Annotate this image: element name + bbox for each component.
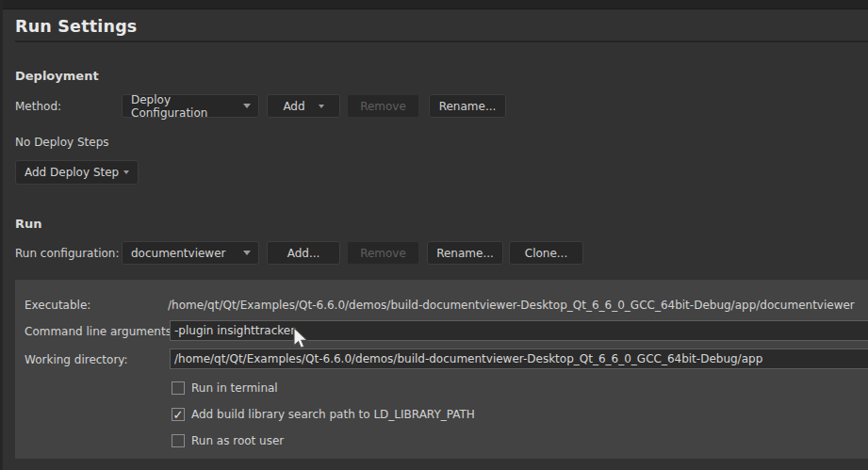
chevron-down-icon bbox=[243, 251, 251, 255]
checkbox-label: Add build library search path to LD_LIBR… bbox=[191, 408, 475, 421]
checkbox-run-as-root-user[interactable]: Run as root user bbox=[172, 433, 284, 448]
deploy-add-label: Add bbox=[283, 100, 304, 113]
checkbox-run-in-terminal[interactable]: Run in terminal bbox=[172, 381, 278, 396]
working-directory-input[interactable] bbox=[170, 348, 868, 369]
checkbox-box[interactable] bbox=[172, 381, 185, 395]
run-remove-button: Remove bbox=[347, 241, 419, 265]
left-splitter-line bbox=[0, 0, 3, 470]
page-title: Run Settings bbox=[15, 17, 138, 36]
executable-label: Executable: bbox=[25, 298, 90, 313]
run-remove-label: Remove bbox=[360, 247, 406, 260]
title-divider bbox=[15, 41, 868, 42]
add-deploy-step-button[interactable]: Add Deploy Step bbox=[15, 160, 139, 185]
command-line-arguments-input[interactable] bbox=[170, 320, 868, 341]
run-settings-page: { "page": { "title": "Run Settings" }, "… bbox=[0, 0, 868, 470]
run-clone-button[interactable]: Clone... bbox=[509, 241, 583, 265]
deploy-rename-button[interactable]: Rename... bbox=[429, 94, 506, 118]
executable-value: /home/qt/Qt/Examples/Qt-6.6.0/demos/buil… bbox=[168, 298, 862, 313]
run-clone-label: Clone... bbox=[525, 247, 568, 260]
run-rename-button[interactable]: Rename... bbox=[427, 241, 503, 265]
run-add-label: Add... bbox=[287, 247, 320, 260]
deploy-add-button[interactable]: Add bbox=[267, 94, 340, 118]
chevron-down-icon bbox=[319, 105, 324, 108]
run-configuration-combobox[interactable]: documentviewer bbox=[122, 241, 259, 265]
deploy-remove-label: Remove bbox=[360, 100, 406, 113]
no-deploy-steps-text: No Deploy Steps bbox=[15, 136, 109, 149]
add-deploy-step-label: Add Deploy Step bbox=[25, 166, 119, 179]
checkbox-add-build-library-search-path[interactable]: ✓ Add build library search path to LD_LI… bbox=[172, 407, 475, 422]
deploy-rename-label: Rename... bbox=[439, 100, 497, 113]
deploy-method-combobox[interactable]: Deploy Configuration bbox=[122, 94, 259, 118]
checkbox-label: Run as root user bbox=[191, 434, 284, 447]
checkbox-box[interactable] bbox=[172, 434, 185, 447]
checkbox-label: Run in terminal bbox=[191, 381, 278, 395]
run-configuration-label: Run configuration: bbox=[15, 247, 119, 260]
command-line-arguments-label: Command line arguments: bbox=[25, 324, 175, 339]
working-directory-label: Working directory: bbox=[25, 352, 128, 367]
run-configuration-value: documentviewer bbox=[131, 247, 226, 260]
method-label: Method: bbox=[15, 100, 61, 113]
run-details-panel: Executable: /home/qt/Qt/Examples/Qt-6.6.… bbox=[15, 280, 868, 459]
chevron-down-icon bbox=[243, 104, 251, 108]
deployment-heading: Deployment bbox=[15, 69, 99, 83]
deploy-method-value: Deploy Configuration bbox=[131, 93, 243, 120]
deployment-method-row: Method: bbox=[15, 94, 61, 118]
run-add-button[interactable]: Add... bbox=[267, 241, 340, 265]
run-rename-label: Rename... bbox=[436, 247, 494, 260]
chevron-down-icon bbox=[123, 170, 129, 174]
deploy-remove-button: Remove bbox=[347, 94, 419, 118]
checkbox-box[interactable]: ✓ bbox=[172, 408, 185, 421]
run-heading: Run bbox=[15, 217, 42, 231]
run-configuration-row: Run configuration: bbox=[15, 241, 119, 265]
window-top-strip bbox=[0, 0, 868, 9]
